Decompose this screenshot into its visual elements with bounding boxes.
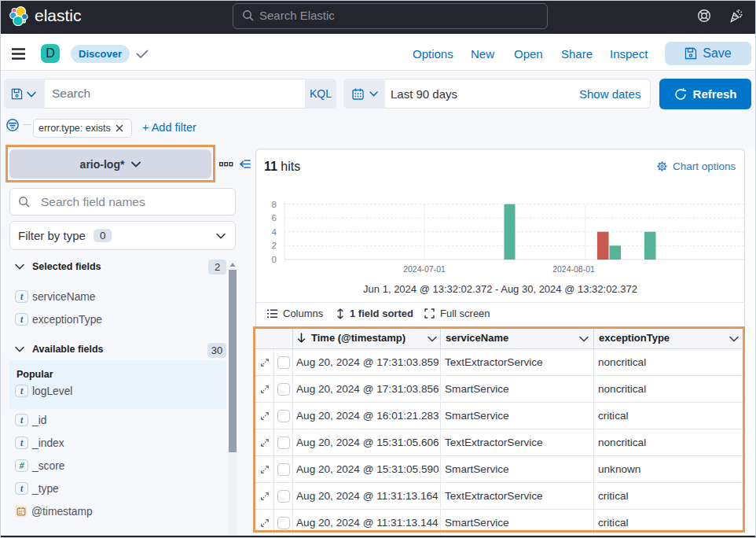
svg-text:2024-07-01: 2024-07-01: [403, 264, 446, 274]
svg-text:6: 6: [272, 213, 277, 223]
svg-text:2: 2: [272, 241, 277, 250]
svg-text:8: 8: [272, 200, 277, 209]
svg-text:0: 0: [272, 255, 277, 264]
svg-text:4: 4: [272, 227, 277, 237]
svg-text:2024-08-01: 2024-08-01: [552, 264, 595, 274]
